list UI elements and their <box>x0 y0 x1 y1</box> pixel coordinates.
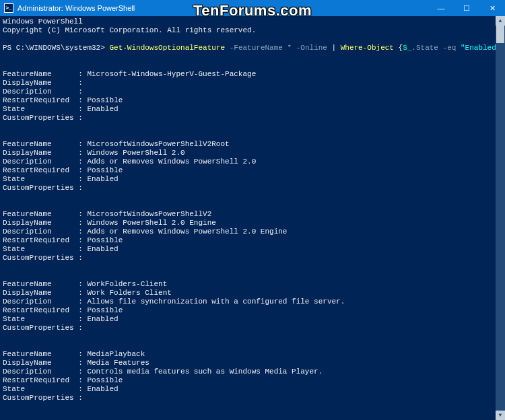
minimize-button[interactable]: — <box>428 0 454 16</box>
powershell-icon: >_ <box>4 3 13 13</box>
powershell-window: >_ Administrator: Windows PowerShell — ☐… <box>0 0 505 420</box>
scroll-up-arrow[interactable]: ▲ <box>496 16 505 26</box>
terminal-output[interactable]: Windows PowerShell Copyright (C) Microso… <box>0 16 496 420</box>
titlebar[interactable]: >_ Administrator: Windows PowerShell — ☐… <box>0 0 505 16</box>
window-controls: — ☐ ✕ <box>428 0 505 16</box>
close-button[interactable]: ✕ <box>479 0 505 16</box>
scroll-thumb[interactable] <box>496 26 504 43</box>
vertical-scrollbar[interactable]: ▲ ▼ <box>496 16 505 420</box>
maximize-button[interactable]: ☐ <box>454 0 479 16</box>
scroll-down-arrow[interactable]: ▼ <box>496 411 505 420</box>
window-title: Administrator: Windows PowerShell <box>18 4 135 12</box>
